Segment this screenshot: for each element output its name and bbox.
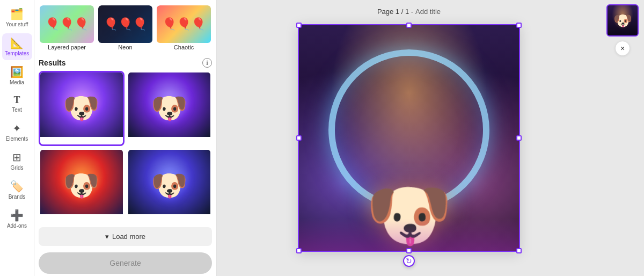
handle-middle-right[interactable] <box>516 135 522 141</box>
dog3-overlay: 🐶 <box>40 150 123 222</box>
result-image-1[interactable]: 🐶 <box>39 71 125 146</box>
sidebar-item-your-stuff[interactable]: 🗂️ Your stuff <box>2 4 32 31</box>
layered-paper-icon: 🎈🎈🎈 <box>45 17 89 31</box>
sidebar-item-label-brands: Brands <box>9 194 26 200</box>
dog3-emoji: 🐶 <box>63 168 100 203</box>
sidebar-item-grids[interactable]: ⊞ Grids <box>2 148 32 175</box>
result-image-3[interactable]: 🐶 <box>39 148 125 223</box>
handle-top-right[interactable] <box>516 23 522 28</box>
generate-label: Generate <box>109 259 141 267</box>
bottom-glow <box>299 219 519 251</box>
page-number: Page 1 / 1 - <box>377 8 413 16</box>
template-layered-paper-label: Layered paper <box>40 43 94 53</box>
your-stuff-icon: 🗂️ <box>10 8 24 20</box>
results-title: Results <box>39 59 66 67</box>
thumbnail-emoji: 🐶 <box>613 12 632 30</box>
load-more-label: Load more <box>112 233 145 241</box>
dog2-emoji: 🐶 <box>151 91 188 126</box>
templates-icon: 📐 <box>10 37 24 49</box>
template-chaotic-label: Chaotic <box>157 43 211 53</box>
dog1-overlay: 🐶 <box>40 72 123 144</box>
handle-top-center[interactable] <box>406 23 412 28</box>
template-neon-img: 🎈🎈🎈 <box>98 5 152 43</box>
results-image-grid: 🐶 🐶 🐶 🐶 <box>34 71 216 223</box>
close-button[interactable]: × <box>615 41 630 56</box>
dog4-emoji: 🐶 <box>151 168 188 203</box>
sidebar-nav: 🗂️ Your stuff 📐 Templates 🖼️ Media T Tex… <box>0 0 34 276</box>
results-header: Results ℹ <box>34 56 216 71</box>
template-row: 🎈🎈🎈 Layered paper 🎈🎈🎈 Neon 🎈🎈🎈 Chaotic <box>34 0 216 56</box>
dog2-overlay: 🐶 <box>128 72 211 144</box>
result-image-4[interactable]: 🐶 <box>127 148 213 223</box>
sidebar-item-label-media: Media <box>10 79 24 86</box>
result-image-2[interactable]: 🐶 <box>127 71 213 146</box>
handle-bottom-center[interactable] <box>406 248 412 253</box>
sidebar-item-label-add-ons: Add-ons <box>7 223 27 229</box>
chaotic-icon: 🎈🎈🎈 <box>162 17 206 31</box>
template-chaotic-img: 🎈🎈🎈 <box>157 5 211 43</box>
sidebar-item-label-your-stuff: Your stuff <box>6 21 28 28</box>
info-symbol: ℹ <box>206 60 208 67</box>
handle-bottom-left[interactable] <box>296 248 302 253</box>
dog-image-2: 🐶 <box>128 72 211 137</box>
chevron-down-icon: ▾ <box>105 233 109 241</box>
neon-icon: 🎈🎈🎈 <box>104 17 147 31</box>
template-layered-paper[interactable]: 🎈🎈🎈 Layered paper <box>39 4 95 54</box>
page-thumbnail[interactable]: 🐶 <box>606 4 639 37</box>
handle-middle-left[interactable] <box>296 135 302 141</box>
close-icon: × <box>620 44 625 53</box>
canvas-main-image: 🐶 <box>299 25 519 251</box>
page-indicator: Page 1 / 1 - Add title <box>377 8 441 16</box>
template-neon[interactable]: 🎈🎈🎈 Neon <box>97 4 153 54</box>
load-more-button[interactable]: ▾ Load more <box>39 227 212 246</box>
dog-image-1: 🐶 <box>40 72 123 137</box>
sidebar-item-label-templates: Templates <box>5 50 30 57</box>
canvas-image-wrapper[interactable]: 🐶 ↻ <box>298 24 520 252</box>
sidebar-item-add-ons[interactable]: ➕ Add-ons <box>2 206 32 233</box>
sidebar-item-media[interactable]: 🖼️ Media <box>2 62 32 89</box>
dog1-emoji: 🐶 <box>63 91 100 126</box>
add-ons-icon: ➕ <box>10 209 24 222</box>
template-layered-paper-img: 🎈🎈🎈 <box>40 5 94 43</box>
dog-image-4: 🐶 <box>128 150 211 214</box>
sidebar-item-text[interactable]: T Text <box>2 91 32 117</box>
sidebar-item-label-grids: Grids <box>11 165 24 171</box>
add-title-link[interactable]: Add title <box>415 8 441 16</box>
template-chaotic[interactable]: 🎈🎈🎈 Chaotic <box>156 4 212 54</box>
sidebar-item-label-text: Text <box>12 107 21 113</box>
brands-icon: 🏷️ <box>10 180 24 193</box>
dog-image-3: 🐶 <box>40 150 123 214</box>
dog4-overlay: 🐶 <box>128 150 211 222</box>
panel: 🎈🎈🎈 Layered paper 🎈🎈🎈 Neon 🎈🎈🎈 Chaotic R… <box>34 0 217 276</box>
canvas-area: Page 1 / 1 - Add title 🐶 ↻ <box>217 0 601 276</box>
rotate-handle[interactable]: ↻ <box>403 255 415 267</box>
handle-top-left[interactable] <box>296 23 302 28</box>
sidebar-item-label-elements: Elements <box>6 136 28 142</box>
info-icon[interactable]: ℹ <box>202 58 212 68</box>
generate-button: Generate <box>39 252 212 274</box>
sidebar-item-templates[interactable]: 📐 Templates <box>2 33 32 60</box>
elements-icon: ✦ <box>12 122 21 135</box>
right-panel: 🐶 × <box>601 0 644 276</box>
rotate-icon: ↻ <box>406 257 412 265</box>
handle-bottom-right[interactable] <box>516 248 522 253</box>
text-icon: T <box>13 95 20 106</box>
template-neon-label: Neon <box>98 43 152 53</box>
sidebar-item-elements[interactable]: ✦ Elements <box>2 119 32 146</box>
grids-icon: ⊞ <box>12 151 21 164</box>
sidebar-item-brands[interactable]: 🏷️ Brands <box>2 177 32 204</box>
media-icon: 🖼️ <box>10 66 24 78</box>
